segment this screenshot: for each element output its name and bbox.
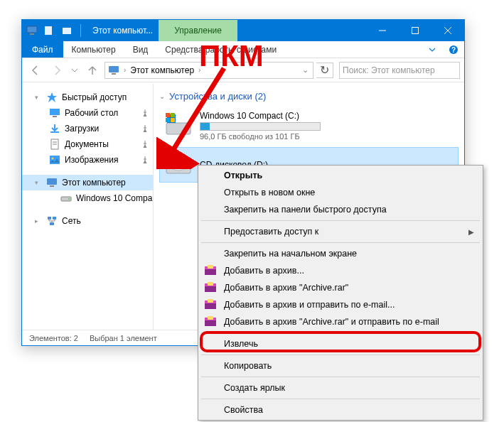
- pin-icon: [141, 156, 149, 163]
- nav-label: Рабочий стол: [65, 108, 118, 118]
- refresh-button[interactable]: ↻: [316, 63, 333, 78]
- expand-icon[interactable]: ▸: [35, 217, 42, 224]
- svg-rect-0: [27, 26, 37, 33]
- nav-documents[interactable]: Документы: [22, 136, 153, 152]
- ctx-copy[interactable]: Копировать: [200, 357, 481, 374]
- winrar-icon: [204, 315, 217, 328]
- svg-rect-48: [208, 316, 213, 320]
- nav-recent-button[interactable]: [69, 61, 80, 80]
- ctx-separator: [201, 220, 480, 221]
- svg-rect-12: [50, 109, 60, 115]
- group-header-devices[interactable]: ⌄ Устройства и диски (2): [159, 91, 459, 102]
- ctx-pin-quick-access[interactable]: Закрепить на панели быстрого доступа: [200, 201, 481, 218]
- qat-new-folder-icon[interactable]: [59, 23, 75, 38]
- svg-point-18: [52, 158, 54, 160]
- svg-rect-2: [45, 26, 52, 35]
- pictures-icon: [49, 154, 60, 166]
- drive-c-item[interactable]: Windows 10 Compact (C:) 96,0 ГБ свободно…: [159, 107, 459, 144]
- ctx-open[interactable]: Открыть: [200, 167, 481, 184]
- svg-rect-42: [208, 282, 213, 286]
- nav-pictures[interactable]: Изображения: [22, 152, 153, 168]
- svg-rect-30: [166, 113, 170, 117]
- nav-label: Загрузки: [65, 124, 99, 134]
- nav-forward-button[interactable]: [48, 61, 66, 80]
- svg-rect-3: [63, 28, 71, 34]
- navigation-pane: ▾ Быстрый доступ Рабочий стол Загрузки Д…: [22, 84, 154, 330]
- group-title: Устройства и диски (2): [169, 91, 266, 102]
- ribbon-tab-view[interactable]: Вид: [124, 41, 157, 58]
- svg-rect-17: [50, 156, 60, 164]
- nav-network[interactable]: ▸ Сеть: [22, 213, 153, 229]
- drive-c-name: Windows 10 Compact (C:): [200, 111, 321, 121]
- ctx-open-new-window[interactable]: Открыть в новом окне: [200, 184, 481, 201]
- svg-rect-24: [53, 217, 56, 220]
- ribbon-expand-button[interactable]: [422, 41, 443, 58]
- nav-this-pc[interactable]: ▾ Этот компьютер: [22, 175, 153, 190]
- breadcrumb-location[interactable]: Этот компьютер: [130, 65, 194, 75]
- breadcrumb-chevron[interactable]: ›: [197, 66, 202, 74]
- nav-desktop[interactable]: Рабочий стол: [22, 105, 153, 121]
- desktop-icon: [49, 107, 60, 119]
- drive-c-info: Windows 10 Compact (C:) 96,0 ГБ свободно…: [200, 111, 321, 141]
- ctx-separator: [201, 399, 480, 399]
- nav-back-button[interactable]: [26, 61, 45, 80]
- svg-rect-13: [53, 116, 57, 117]
- search-input[interactable]: Поиск: Этот компьютер: [339, 62, 460, 79]
- ctx-archive-email[interactable]: Добавить в архив и отправить по e-mail..…: [200, 296, 481, 313]
- submenu-arrow-icon: ▶: [468, 228, 474, 236]
- svg-text:?: ?: [451, 46, 456, 54]
- nav-label: Быстрый доступ: [62, 92, 127, 102]
- this-pc-icon: [26, 25, 38, 36]
- drive-c-free-text: 96,0 ГБ свободно из 101 ГБ: [200, 132, 321, 141]
- ctx-separator: [201, 242, 480, 243]
- ctx-add-archive[interactable]: Добавить в архив...: [200, 262, 481, 279]
- ctx-pin-start[interactable]: Закрепить на начальном экране: [200, 245, 481, 262]
- ribbon-tabs: Файл Компьютер Вид Средства работы с дис…: [22, 41, 464, 58]
- ctx-eject[interactable]: Извлечь: [200, 335, 481, 352]
- ctx-separator: [201, 332, 480, 333]
- nav-label: Документы: [65, 139, 109, 149]
- ribbon-tab-drive-tools[interactable]: Средства работы с дисками: [156, 41, 285, 58]
- drive-c-usage-bar: [200, 122, 321, 131]
- svg-rect-5: [412, 28, 419, 34]
- ribbon-help-button[interactable]: ?: [443, 41, 464, 58]
- ctx-grant-access[interactable]: Предоставить доступ к▶: [200, 223, 481, 240]
- contextual-tab-manage[interactable]: Управление: [159, 20, 237, 41]
- expand-icon[interactable]: ▾: [35, 179, 42, 186]
- titlebar: Этот компьют... Управление: [22, 20, 464, 41]
- this-pc-icon: [46, 177, 58, 188]
- status-selected-count: Выбран 1 элемент: [90, 334, 157, 342]
- ribbon-tab-computer[interactable]: Компьютер: [63, 41, 124, 58]
- ctx-archive-named-email[interactable]: Добавить в архив "Archive.rar" и отправи…: [200, 313, 481, 330]
- refresh-icon: ↻: [320, 63, 329, 77]
- svg-rect-33: [171, 118, 175, 122]
- nav-downloads[interactable]: Загрузки: [22, 121, 153, 136]
- winrar-icon: [204, 281, 217, 294]
- close-button[interactable]: [431, 20, 464, 41]
- maximize-button[interactable]: [399, 20, 431, 41]
- address-dropdown-icon[interactable]: ⌄: [301, 65, 310, 75]
- expand-icon[interactable]: ▾: [35, 94, 42, 101]
- pin-icon: [141, 141, 149, 148]
- address-bar[interactable]: › Этот компьютер › ⌄: [104, 62, 313, 79]
- ctx-create-shortcut[interactable]: Создать ярлык: [200, 379, 481, 396]
- ctx-add-archive-named[interactable]: Добавить в архив "Archive.rar": [200, 279, 481, 296]
- nav-quick-access[interactable]: ▾ Быстрый доступ: [22, 90, 153, 105]
- window-title: Этот компьют...: [87, 26, 159, 36]
- this-pc-icon: [108, 65, 119, 76]
- breadcrumb-chevron[interactable]: ›: [122, 66, 127, 74]
- documents-icon: [49, 139, 60, 150]
- svg-point-22: [68, 198, 70, 200]
- pin-icon: [141, 109, 149, 117]
- svg-rect-19: [47, 178, 57, 185]
- nav-drive-c[interactable]: ▸ Windows 10 Compa: [22, 190, 153, 206]
- ctx-properties[interactable]: Свойства: [200, 401, 481, 418]
- nav-up-button[interactable]: [83, 61, 102, 80]
- titlebar-left: Этот компьют...: [22, 20, 159, 41]
- minimize-button[interactable]: [366, 20, 399, 41]
- titlebar-spacer[interactable]: [237, 20, 366, 41]
- qat-properties-icon[interactable]: [41, 23, 56, 38]
- search-placeholder: Поиск: Этот компьютер: [343, 65, 435, 75]
- ribbon-file-tab[interactable]: Файл: [22, 41, 63, 58]
- address-row: › Этот компьютер › ⌄ ↻ Поиск: Этот компь…: [22, 58, 464, 82]
